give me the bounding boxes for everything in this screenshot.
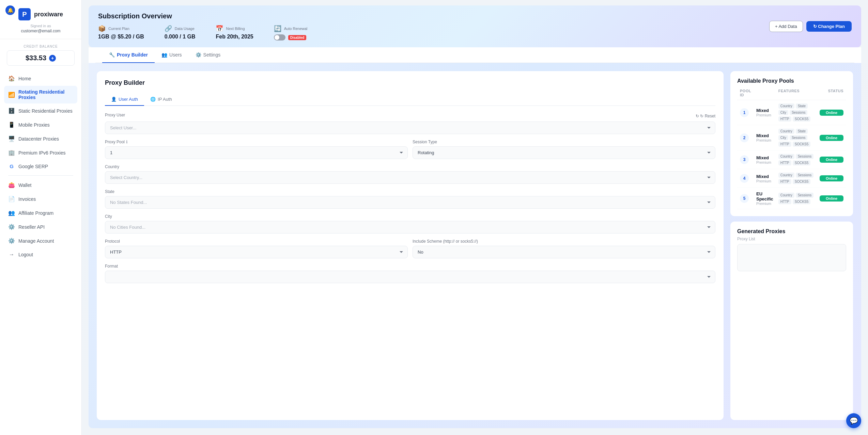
proxy-list-textarea[interactable] xyxy=(737,244,846,271)
user-email: customer@email.com xyxy=(21,29,60,33)
col-features xyxy=(756,89,776,97)
reset-link[interactable]: ↻ ↻ Reset xyxy=(696,114,715,118)
sidebar-item-mobile[interactable]: 📱 Mobile Proxies xyxy=(4,118,77,131)
wifi-icon: 📶 xyxy=(8,92,15,98)
include-scheme-select[interactable]: No xyxy=(413,246,715,258)
pool-name-type: Mixed Premium xyxy=(756,155,776,164)
pool-status: Online xyxy=(820,110,843,116)
pool-name-type: EU Specific Premium xyxy=(756,191,776,206)
proxy-builder-tab-icon: 🔧 xyxy=(109,52,115,58)
subscription-overview: Subscription Overview 📦 Current Plan 1GB… xyxy=(89,5,861,47)
ip-auth-tab[interactable]: 🌐 IP Auth xyxy=(144,93,178,106)
sidebar-item-label: Reseller API xyxy=(18,224,45,230)
pool-features: CountryStateCitySessionsHTTPSOCKS5 xyxy=(778,103,817,122)
notification-icon[interactable]: 🔔 xyxy=(5,5,15,15)
content-area: Proxy Builder 👤 User Auth 🌐 IP Auth xyxy=(82,63,868,435)
subscription-title: Subscription Overview xyxy=(98,12,307,20)
logo-mark: P xyxy=(18,8,31,20)
pool-id-badge: 2 xyxy=(740,133,749,142)
pool-status: Online xyxy=(820,157,843,163)
sidebar-nav: 🏠 Home 📶 Rotating Residential Proxies 🗄️… xyxy=(0,68,81,435)
state-select[interactable]: No States Found... xyxy=(105,196,715,209)
settings-tab-icon: ⚙️ xyxy=(196,52,201,58)
pool-name: Mixed xyxy=(756,108,776,113)
pool-id-badge: 3 xyxy=(740,155,749,164)
signed-in-label: Signed in as xyxy=(30,24,51,28)
sidebar-item-google-serp[interactable]: G Google SERP xyxy=(4,160,77,173)
reset-icon: ↻ xyxy=(696,114,699,118)
ip-auth-icon: 🌐 xyxy=(150,97,156,102)
chat-bubble[interactable]: 💬 xyxy=(846,413,861,428)
sidebar-item-static-residential[interactable]: 🗄️ Static Residential Proxies xyxy=(4,104,77,117)
pool-name-type: Mixed Premium xyxy=(756,108,776,117)
feature-tag: SOCKS5 xyxy=(793,160,811,165)
sidebar-item-reseller[interactable]: ⚙️ Reseller API xyxy=(4,220,77,233)
add-data-button[interactable]: + Add Data xyxy=(769,21,803,32)
proxy-pools-title: Available Proxy Pools xyxy=(737,78,846,84)
calendar-icon: 📅 xyxy=(216,25,223,32)
data-usage-stat: 🔗 Data Usage 0.000 / 1 GB xyxy=(165,25,196,40)
current-plan-stat: 📦 Current Plan 1GB @ $5.20 / GB xyxy=(98,25,144,40)
feature-tag: State xyxy=(796,103,808,109)
pool-session-row: Proxy Pool ℹ 1 Session Type Rotating xyxy=(105,140,715,164)
feature-tag: State xyxy=(796,129,808,134)
city-select[interactable]: No Cities Found... xyxy=(105,221,715,233)
session-type-label: Session Type xyxy=(413,140,715,144)
tab-proxy-builder[interactable]: 🔧 Proxy Builder xyxy=(102,47,155,63)
proxy-pool-select[interactable]: 1 xyxy=(105,146,408,159)
sidebar-item-rotating-residential[interactable]: 📶 Rotating Residential Proxies xyxy=(4,86,77,103)
format-select[interactable] xyxy=(105,271,715,283)
building-icon: 🏢 xyxy=(8,149,15,156)
database-icon: 🗄️ xyxy=(8,108,15,114)
tab-label: Proxy Builder xyxy=(117,52,148,58)
col-features-label: Features xyxy=(778,89,817,97)
city-group: City No Cities Found... xyxy=(105,214,715,233)
sidebar-item-logout[interactable]: → Logout xyxy=(4,248,77,261)
sidebar-item-manage-account[interactable]: ⚙️ Manage Account xyxy=(4,234,77,247)
pool-type: Premium xyxy=(756,138,776,142)
user-auth-icon: 👤 xyxy=(111,97,117,102)
sidebar-item-affiliate[interactable]: 👥 Affiliate Program xyxy=(4,206,77,220)
credit-box: $33.53 + xyxy=(7,50,75,66)
wallet-icon: 👛 xyxy=(8,182,15,188)
col-status: Status xyxy=(820,89,843,97)
tab-users[interactable]: 👥 Users xyxy=(155,47,189,63)
add-credit-button[interactable]: + xyxy=(49,55,56,62)
sidebar-item-label: Static Residential Proxies xyxy=(18,108,73,114)
state-label: State xyxy=(105,189,715,194)
sidebar-item-ipv6[interactable]: 🏢 Premium IPv6 Proxies xyxy=(4,146,77,159)
format-label: Format xyxy=(105,264,715,269)
logout-icon: → xyxy=(8,252,15,258)
user-auth-tab[interactable]: 👤 User Auth xyxy=(105,93,144,106)
include-scheme-group: Include Scheme (http:// or socks5://) No xyxy=(413,239,715,258)
proxy-list-label: Proxy List xyxy=(737,237,846,241)
sidebar-item-invoices[interactable]: 📄 Invoices xyxy=(4,192,77,206)
feature-tag: City xyxy=(778,135,788,140)
reseller-icon: ⚙️ xyxy=(8,224,15,230)
sidebar-item-label: Mobile Proxies xyxy=(18,122,50,128)
pool-status: Online xyxy=(820,175,843,181)
protocol-group: Protocol HTTP xyxy=(105,239,408,258)
current-plan-label: Current Plan xyxy=(108,27,129,31)
change-plan-button[interactable]: ↻ Change Plan xyxy=(806,21,852,32)
sidebar-item-home[interactable]: 🏠 Home xyxy=(4,72,77,85)
sidebar-item-datacenter[interactable]: 🖥️ Datacenter Proxies xyxy=(4,132,77,145)
country-select[interactable]: Select Country... xyxy=(105,171,715,184)
proxy-user-select[interactable]: Select User... xyxy=(105,122,715,134)
protocol-select[interactable]: HTTP xyxy=(105,246,408,258)
city-label: City xyxy=(105,214,715,219)
auto-renewal-label: Auto Renewal xyxy=(284,27,308,31)
session-type-select[interactable]: Rotating xyxy=(413,146,715,159)
sidebar-item-label: Invoices xyxy=(18,196,36,202)
pool-type: Premium xyxy=(756,160,776,164)
tab-settings[interactable]: ⚙️ Settings xyxy=(189,47,228,63)
table-row: 2 Mixed Premium CountryStateCitySessions… xyxy=(737,125,846,150)
pool-name: EU Specific xyxy=(756,191,776,202)
datacenter-icon: 🖥️ xyxy=(8,135,15,142)
pools-list: 1 Mixed Premium CountryStateCitySessions… xyxy=(737,100,846,209)
proxy-pools-card: Available Proxy Pools Pool ID Features S… xyxy=(730,71,853,216)
sidebar-item-wallet[interactable]: 👛 Wallet xyxy=(4,178,77,192)
auto-renewal-toggle[interactable] xyxy=(274,34,285,41)
credit-amount: $33.53 xyxy=(26,54,46,62)
feature-tag: SOCKS5 xyxy=(793,142,811,147)
